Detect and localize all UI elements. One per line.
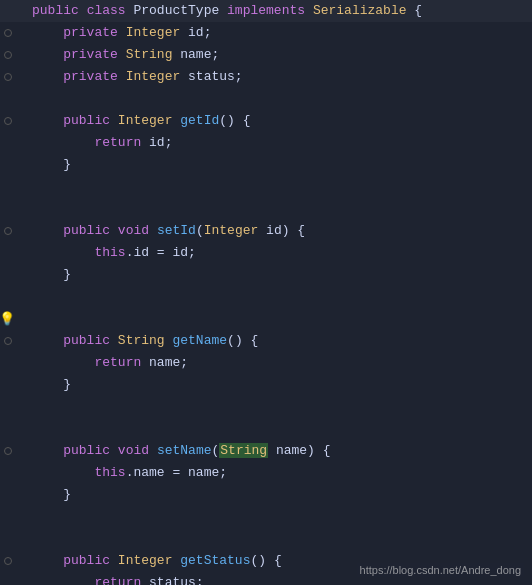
code-editor: public class ProductType implements Seri… [0,0,532,585]
line-content: public String getName() { [32,330,524,352]
token: public [63,223,110,238]
token [32,575,94,585]
token: .id = id; [126,245,196,260]
token: id; [180,25,211,40]
code-line: private Integer id; [0,22,532,44]
token [32,245,94,260]
code-line [0,286,532,308]
token [32,25,63,40]
code-line: public Integer getId() { [0,110,532,132]
token: () { [250,553,281,568]
token: { [407,3,423,18]
watermark: https://blog.csdn.net/Andre_dong [357,563,524,577]
token: status; [180,69,242,84]
breakpoint-icon [2,49,14,61]
token: name; [141,355,188,370]
token [32,135,94,150]
token: Integer [126,69,181,84]
token: Integer [126,25,181,40]
line-content: public class ProductType implements Seri… [32,0,524,22]
token [79,3,87,18]
token [110,443,118,458]
token: private [63,47,118,62]
token: public [63,113,110,128]
code-line [0,506,532,528]
token: class [87,3,126,18]
token [32,223,63,238]
token [118,25,126,40]
token: () { [219,113,250,128]
token: return [94,135,141,150]
breakpoint-icon [2,71,14,83]
line-content: this.name = name; [32,462,524,484]
token: name; [172,47,219,62]
token: getStatus [180,553,250,568]
code-line: private String name; [0,44,532,66]
line-content: private Integer status; [32,66,524,88]
line-content: public Integer getId() { [32,110,524,132]
token [118,69,126,84]
code-line: public void setName(String name) { [0,440,532,462]
code-line: } [0,154,532,176]
token: String [118,333,165,348]
token [149,443,157,458]
token: implements [227,3,305,18]
line-content: return id; [32,132,524,154]
code-line [0,88,532,110]
line-content: this.id = id; [32,242,524,264]
code-lines: public class ProductType implements Seri… [0,0,532,585]
code-line: 💡 [0,308,532,330]
breakpoint-icon [2,225,14,237]
token: private [63,25,118,40]
breakpoint-icon [2,445,14,457]
code-line [0,528,532,550]
token [32,553,63,568]
token: Integer [204,223,259,238]
code-line: } [0,484,532,506]
token: public [63,443,110,458]
token [32,69,63,84]
code-line: return id; [0,132,532,154]
code-line: } [0,264,532,286]
line-content: } [32,484,524,506]
token: Integer [118,113,173,128]
code-line [0,176,532,198]
token: } [32,157,71,172]
token: String [219,443,268,458]
code-line: public String getName() { [0,330,532,352]
token [110,553,118,568]
token: Serializable [313,3,407,18]
token [118,47,126,62]
token: ProductType [126,3,227,18]
code-line [0,198,532,220]
token: status; [141,575,203,585]
token [32,113,63,128]
token: void [118,223,149,238]
code-line: private Integer status; [0,66,532,88]
line-content: public void setId(Integer id) { [32,220,524,242]
token: private [63,69,118,84]
line-content: private String name; [32,44,524,66]
token [32,47,63,62]
token: } [32,487,71,502]
token: this [94,245,125,260]
token: getId [180,113,219,128]
breakpoint-icon [2,555,14,567]
code-line: this.name = name; [0,462,532,484]
token: getName [172,333,227,348]
code-line: public void setId(Integer id) { [0,220,532,242]
token: public [63,553,110,568]
token [110,333,118,348]
code-line: return name; [0,352,532,374]
token: name) { [268,443,330,458]
code-line [0,396,532,418]
token: this [94,465,125,480]
token: void [118,443,149,458]
token: .name = name; [126,465,227,480]
code-line: public class ProductType implements Seri… [0,0,532,22]
breakpoint-icon [2,27,14,39]
token: } [32,377,71,392]
token [149,223,157,238]
token: return [94,355,141,370]
token [32,355,94,370]
